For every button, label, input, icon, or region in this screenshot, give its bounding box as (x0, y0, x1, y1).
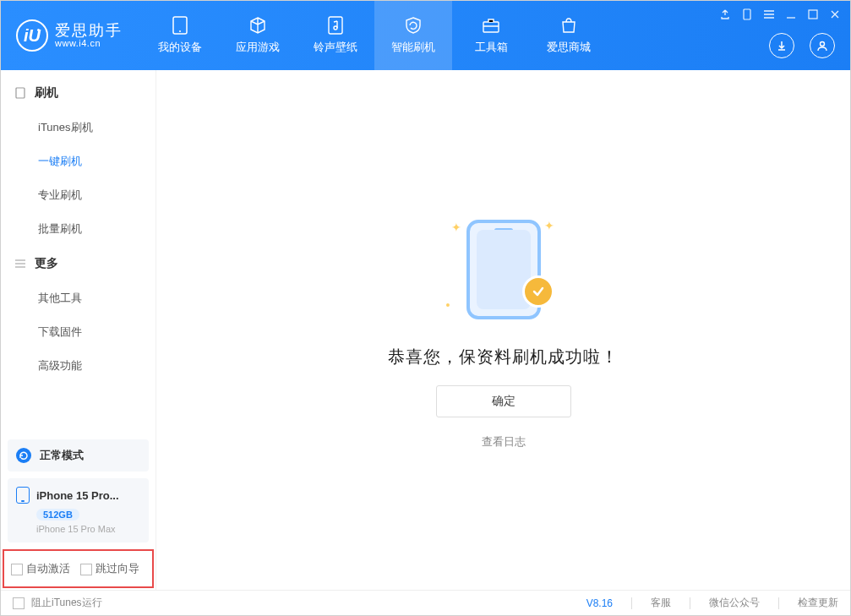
tab-label: 铃声壁纸 (314, 40, 357, 55)
tab-smart-flash[interactable]: 智能刷机 (374, 1, 452, 70)
sidebar-group-flash: 刷机 (1, 75, 155, 111)
tab-label: 我的设备 (158, 40, 202, 55)
block-itunes-checkbox[interactable] (13, 597, 25, 609)
header: iU 爱思助手 www.i4.cn 我的设备 应用游戏 铃声壁纸 智能刷机 工具… (1, 1, 850, 70)
svg-point-7 (821, 42, 825, 46)
device-full-name: iPhone 15 Pro Max (36, 524, 140, 534)
list-icon (14, 258, 26, 270)
tab-ringtone-wallpaper[interactable]: 铃声壁纸 (297, 1, 374, 70)
sidebar-item-itunes-flash[interactable]: iTunes刷机 (1, 111, 155, 144)
checkmark-badge-icon (522, 275, 554, 308)
tab-label: 爱思商城 (547, 40, 591, 55)
footer-right: V8.16 客服 微信公众号 检查更新 (586, 596, 838, 610)
window-controls (718, 8, 842, 21)
sidebar-item-pro-flash[interactable]: 专业刷机 (1, 178, 155, 212)
skip-guide-option[interactable]: 跳过向导 (80, 561, 139, 576)
sparkle-icon: • (446, 298, 450, 312)
device-mode-box[interactable]: 正常模式 (8, 439, 149, 472)
group1-label: 刷机 (35, 85, 58, 101)
version-label: V8.16 (586, 597, 613, 609)
svg-rect-8 (16, 88, 25, 98)
maximize-icon[interactable] (806, 8, 820, 21)
tab-label: 智能刷机 (391, 40, 435, 55)
device-icon (171, 16, 189, 35)
auto-activate-option[interactable]: 自动激活 (11, 561, 70, 576)
tab-label: 应用游戏 (236, 40, 280, 55)
mode-label: 正常模式 (40, 448, 84, 463)
svg-point-3 (334, 26, 337, 30)
sidebar-item-other-tools[interactable]: 其他工具 (1, 281, 155, 315)
tab-my-device[interactable]: 我的设备 (141, 1, 219, 70)
toolbox-icon (482, 16, 500, 35)
device-info-box[interactable]: iPhone 15 Pro... 512GB iPhone 15 Pro Max (8, 478, 149, 542)
tab-label: 工具箱 (475, 40, 508, 55)
music-icon (326, 16, 345, 35)
feedback-icon[interactable] (718, 8, 732, 21)
nav-tabs: 我的设备 应用游戏 铃声壁纸 智能刷机 工具箱 爱思商城 (141, 1, 608, 70)
header-actions (769, 33, 835, 58)
ok-button[interactable]: 确定 (436, 385, 571, 417)
menu-icon[interactable] (762, 8, 776, 21)
success-message: 恭喜您，保资料刷机成功啦！ (388, 346, 619, 368)
app-logo-icon: iU (16, 19, 48, 52)
phone-outline-icon (14, 87, 26, 99)
svg-rect-4 (483, 22, 499, 32)
footer: 阻止iTunes运行 V8.16 客服 微信公众号 检查更新 (1, 590, 850, 615)
support-link[interactable]: 客服 (651, 596, 671, 610)
logo-area: iU 爱思助手 www.i4.cn (1, 19, 134, 52)
app-url: www.i4.cn (55, 38, 123, 48)
app-title: 爱思助手 www.i4.cn (55, 23, 123, 48)
phone-icon[interactable] (740, 8, 754, 21)
sparkle-icon: ✦ (544, 219, 554, 232)
auto-activate-checkbox[interactable] (11, 564, 23, 575)
sidebar-group-more: 更多 (1, 246, 155, 281)
main-content: ✦ ✦ • 恭喜您，保资料刷机成功啦！ 确定 查看日志 (156, 70, 850, 590)
wechat-link[interactable]: 微信公众号 (709, 596, 760, 610)
tab-store[interactable]: 爱思商城 (530, 1, 608, 70)
success-illustration: ✦ ✦ • (436, 210, 571, 329)
sparkle-icon: ✦ (451, 221, 461, 234)
refresh-shield-icon (404, 16, 423, 35)
svg-rect-6 (809, 10, 817, 19)
refresh-circle-icon (16, 448, 31, 463)
view-log-link[interactable]: 查看日志 (482, 434, 526, 450)
sidebar-item-oneclick-flash[interactable]: 一键刷机 (1, 144, 155, 178)
svg-rect-5 (744, 9, 750, 19)
tab-toolbox[interactable]: 工具箱 (452, 1, 530, 70)
minimize-icon[interactable] (784, 8, 798, 21)
close-icon[interactable] (828, 8, 842, 21)
sidebar-item-download-firmware[interactable]: 下载固件 (1, 315, 155, 349)
device-name: iPhone 15 Pro... (36, 489, 119, 502)
block-itunes-label: 阻止iTunes运行 (31, 596, 102, 610)
svg-rect-2 (329, 17, 342, 34)
device-small-icon (16, 487, 30, 504)
tab-apps-games[interactable]: 应用游戏 (219, 1, 297, 70)
highlighted-options: 自动激活 跳过向导 (3, 549, 154, 588)
sidebar-item-advanced[interactable]: 高级功能 (1, 349, 155, 383)
group2-label: 更多 (35, 256, 58, 271)
sidebar: 刷机 iTunes刷机 一键刷机 专业刷机 批量刷机 更多 其他工具 下载固件 … (1, 70, 156, 590)
skip-guide-checkbox[interactable] (80, 564, 92, 575)
footer-left: 阻止iTunes运行 (13, 596, 102, 610)
download-button[interactable] (769, 33, 794, 58)
storage-badge: 512GB (36, 509, 79, 521)
svg-point-1 (179, 30, 181, 32)
shop-icon (559, 16, 578, 35)
sidebar-bottom: 正常模式 iPhone 15 Pro... 512GB iPhone 15 Pr… (1, 433, 155, 590)
sidebar-item-batch-flash[interactable]: 批量刷机 (1, 212, 155, 246)
app-name: 爱思助手 (55, 23, 123, 38)
user-button[interactable] (810, 33, 835, 58)
check-update-link[interactable]: 检查更新 (798, 596, 838, 610)
cube-icon (248, 16, 267, 35)
body: 刷机 iTunes刷机 一键刷机 专业刷机 批量刷机 更多 其他工具 下载固件 … (1, 70, 850, 590)
